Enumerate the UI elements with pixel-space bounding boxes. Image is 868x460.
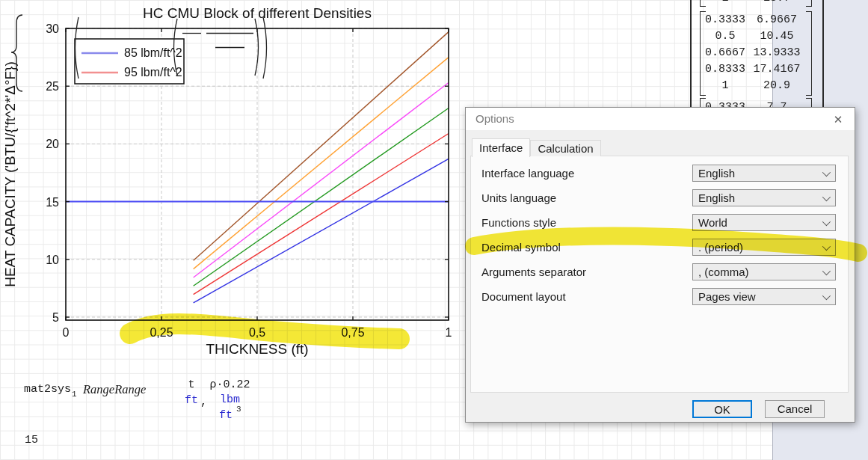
matrix-right-bracket-icon [806,0,812,7]
matrix-cell: 1 [703,0,748,7]
matrix-cell: 0.6667 [703,45,748,61]
y-tick-label: 10 [46,254,59,266]
matrix-row: 120.9 [703,78,806,94]
dialog-titlebar[interactable]: Options ✕ [466,108,855,130]
formula-arg2-den-denominator: ft [214,409,238,422]
x-tick-label: 0,5 [249,326,265,339]
decimal-symbol-select[interactable]: . (period) [692,239,836,256]
dialog-title: Options [475,112,514,125]
option-row-document-layout: Document layout Pages view [481,284,836,309]
formula-function-name: mat2sys [24,383,71,396]
formula-exponent: 3 [236,405,241,414]
options-dialog: Options ✕ Interface Calculation Interfac… [465,107,855,423]
series-line [194,108,449,286]
close-paren-icon [255,19,259,76]
formula-range-function: RangeRange [83,382,146,397]
system-brace [11,15,22,91]
dialog-tabs: Interface Calculation [472,138,601,156]
combo-value: English [698,165,735,181]
option-row-decimal-symbol: Decimal symbol . (period) [481,235,836,260]
matrix-row: 0.666713.9333 [703,45,806,61]
functions-style-select[interactable]: World [692,214,836,231]
combo-value: English [698,190,735,206]
x-tick-label: 0,75 [341,326,364,339]
chevron-down-icon [822,217,831,225]
matrix-cell: 18.7 [748,0,806,7]
matrix-row: 0.510.45 [703,28,806,45]
series-line [194,133,449,294]
ok-button[interactable]: OK [692,400,752,418]
formula-subscript: 1 [72,390,77,399]
units-language-select[interactable]: English [692,189,836,206]
matrix-cell: 0.8333 [703,61,748,78]
tab-calculation[interactable]: Calculation [530,140,600,156]
chevron-down-icon [822,291,831,299]
formula-arg2-numerator: ρ·0.22 [206,378,253,391]
open-paren-icon [76,17,79,79]
units-language-label: Units language [481,191,556,204]
option-row-interface-language: Interface language English [481,161,836,185]
matrix-95: 0.33336.96670.510.450.666713.93330.83331… [700,11,812,96]
open-paren-icon [174,19,178,76]
x-tick-label: 1 [446,326,452,339]
matrix-cell: 10.45 [748,28,806,45]
arguments-separator-select[interactable]: , (comma) [692,263,836,280]
matrix-right-bracket-icon [806,11,812,96]
matrix-row: 0.833317.4167 [703,61,806,78]
matrix-cell: 17.4167 [748,61,806,78]
y-tick-label: 15 [46,196,59,209]
functions-style-label: Functions style [481,216,556,229]
x-tick-label: 0,25 [150,326,173,339]
interface-language-select[interactable]: English [692,165,836,182]
matrix-cell: 20.9 [748,78,806,94]
matrix-cell: 1 [703,78,748,94]
close-paren-icon [263,17,267,79]
document-layout-select[interactable]: Pages view [692,288,836,305]
close-icon[interactable]: ✕ [829,111,847,129]
decimal-symbol-label: Decimal symbol [481,241,561,254]
outer-matrix-left-bracket [690,0,692,110]
option-row-arguments-separator: Arguments separator , (comma) [481,260,836,284]
tab-interface[interactable]: Interface [472,138,530,157]
option-row-functions-style: Functions style World [481,210,836,235]
chevron-down-icon [822,266,831,275]
formula-arg1-denominator: ft [182,394,201,407]
matrix-row: 0.33336.9667 [703,12,806,28]
y-tick-label: 20 [46,138,59,150]
interface-language-label: Interface language [481,167,574,180]
formula-result: 15 [25,434,38,447]
chevron-down-icon [822,168,831,176]
formula-separator: , [200,396,207,408]
matrix-cell: 13.9333 [748,45,806,61]
combo-value: Pages view [698,289,756,304]
matrix-cell: 0.5 [703,28,748,45]
x-tick-label: 0 [63,326,70,339]
arguments-separator-label: Arguments separator [481,266,586,278]
formula-arg1-numerator: t [182,378,201,391]
chevron-down-icon [822,242,831,250]
y-tick-label: 5 [52,311,59,324]
formula-fences [0,0,299,101]
combo-value: World [698,215,727,230]
matrix-cell: 0.3333 [703,12,748,28]
matrix-cell: 6.9667 [748,12,806,28]
x-axis-label: THICKNESS (ft) [206,341,308,357]
outer-matrix-right-bracket [822,0,824,110]
cancel-button[interactable]: Cancel [765,400,825,418]
matrix-85-partial: 118.7 [700,0,812,7]
chevron-down-icon [822,192,831,200]
document-layout-label: Document layout [481,290,566,303]
interface-tab-panel: Interface language English Units languag… [470,156,849,393]
option-row-units-language: Units language English [481,185,836,210]
combo-value: . (period) [698,239,743,255]
combo-value: , (comma) [698,264,749,280]
matrix-row: 118.7 [703,0,806,7]
